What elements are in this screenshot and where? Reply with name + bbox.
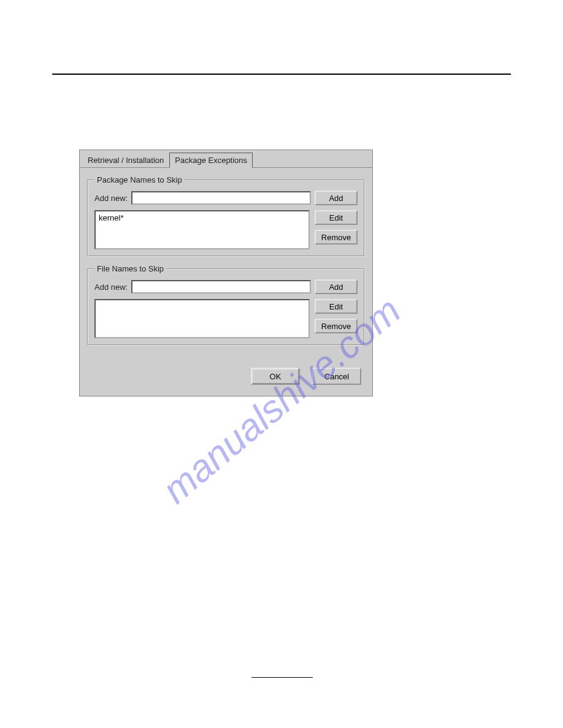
- file-add-button[interactable]: Add: [315, 279, 358, 294]
- package-add-button[interactable]: Add: [315, 191, 358, 205]
- file-remove-button[interactable]: Remove: [315, 319, 358, 333]
- page-rule-bottom: [251, 677, 313, 678]
- list-item[interactable]: kernel*: [99, 213, 305, 222]
- tab-retrieval-installation[interactable]: Retrieval / Installation: [82, 153, 169, 168]
- group-file-names-legend: File Names to Skip: [94, 264, 166, 273]
- package-add-input[interactable]: [131, 191, 311, 205]
- preferences-dialog: Retrieval / Installation Package Excepti…: [79, 150, 373, 396]
- ok-button[interactable]: OK: [251, 368, 300, 385]
- package-remove-button[interactable]: Remove: [315, 230, 358, 245]
- group-file-names: File Names to Skip Add new: Add Edit Rem…: [87, 264, 365, 346]
- package-add-row: Add new: Add: [94, 191, 358, 205]
- cancel-button[interactable]: Cancel: [312, 368, 361, 385]
- dialog-footer: OK Cancel: [80, 360, 372, 396]
- file-list[interactable]: [94, 299, 310, 338]
- package-list-buttons: Edit Remove: [315, 210, 358, 249]
- file-add-input[interactable]: [131, 280, 311, 294]
- package-list-row: kernel* Edit Remove: [94, 210, 358, 249]
- file-add-row: Add new: Add: [94, 279, 358, 294]
- group-package-names: Package Names to Skip Add new: Add kerne…: [87, 175, 365, 257]
- group-package-names-legend: Package Names to Skip: [94, 175, 185, 184]
- tab-bar: Retrieval / Installation Package Excepti…: [80, 150, 372, 168]
- package-list[interactable]: kernel*: [94, 210, 310, 249]
- file-edit-button[interactable]: Edit: [315, 299, 358, 314]
- tab-package-exceptions[interactable]: Package Exceptions: [169, 153, 253, 168]
- file-list-row: Edit Remove: [94, 299, 358, 338]
- panel-package-exceptions: Package Names to Skip Add new: Add kerne…: [80, 168, 372, 360]
- file-add-label: Add new:: [94, 282, 128, 292]
- page-rule-top: [52, 74, 511, 75]
- file-list-buttons: Edit Remove: [315, 299, 358, 338]
- package-edit-button[interactable]: Edit: [315, 210, 358, 225]
- package-add-label: Add new:: [94, 194, 128, 203]
